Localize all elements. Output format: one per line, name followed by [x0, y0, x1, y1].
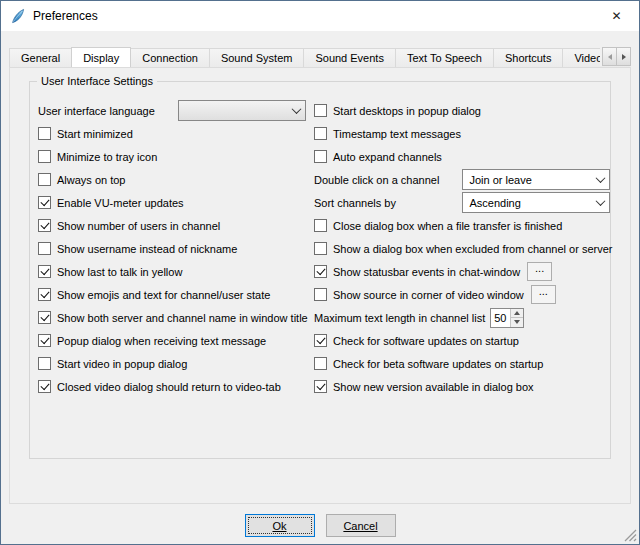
checkbox-check-beta-updates[interactable]: Check for beta software updates on start…	[314, 357, 543, 370]
checkbox-vu-meter-updates[interactable]: Enable VU-meter updates	[38, 196, 184, 209]
checkbox-start-desktops-popup[interactable]: Start desktops in popup dialog	[314, 104, 481, 117]
spinner-value: 50	[491, 309, 510, 327]
checkbox-label: Enable VU-meter updates	[57, 197, 184, 209]
tab-shortcuts[interactable]: Shortcuts	[493, 48, 563, 67]
right-column: Start desktops in popup dialog Timestamp…	[314, 99, 612, 398]
checkbox-last-talk-yellow[interactable]: Show last to talk in yellow	[38, 265, 182, 278]
max-text-length-row: Maximum text length in channel list 50	[314, 306, 612, 329]
tab-sound-system[interactable]: Sound System	[209, 48, 305, 67]
checkbox-label: Popup dialog when receiving text message	[57, 335, 266, 347]
checkbox-check-updates[interactable]: Check for software updates on startup	[314, 334, 519, 347]
checkbox-icon	[38, 219, 51, 232]
checkbox-video-source-corner[interactable]: Show source in corner of video window	[314, 288, 524, 301]
double-click-select[interactable]: Join or leave	[462, 169, 610, 190]
ok-button[interactable]: Ok	[245, 514, 315, 537]
checkbox-icon	[38, 380, 51, 393]
cancel-button-label: Cancel	[343, 520, 377, 532]
checkbox-dialog-when-excluded[interactable]: Show a dialog box when excluded from cha…	[314, 242, 612, 255]
checkbox-video-return-tab[interactable]: Closed video dialog should return to vid…	[38, 380, 281, 393]
checkbox-server-channel-in-title[interactable]: Show both server and channel name in win…	[38, 311, 308, 324]
checkbox-label: Auto expand channels	[333, 151, 442, 163]
app-icon	[10, 8, 26, 24]
tab-scroll-right-icon[interactable]	[616, 47, 631, 66]
sort-channels-select[interactable]: Ascending	[462, 192, 610, 213]
checkbox-users-in-channel[interactable]: Show number of users in channel	[38, 219, 220, 232]
tab-general[interactable]: General	[9, 48, 72, 67]
checkbox-icon	[314, 104, 327, 117]
checkbox-label: Show a dialog box when excluded from cha…	[333, 243, 612, 255]
user-interface-settings-group: User Interface Settings User interface l…	[29, 81, 611, 459]
checkbox-username-instead-nickname[interactable]: Show username instead of nickname	[38, 242, 237, 255]
checkbox-timestamp-messages[interactable]: Timestamp text messages	[314, 127, 461, 140]
checkbox-icon	[314, 334, 327, 347]
chevron-down-icon	[288, 107, 305, 114]
tab-scroll-left-icon[interactable]	[602, 47, 617, 66]
preferences-dialog: Preferences ✕ General Display Connection…	[0, 0, 640, 545]
display-tab-page: User Interface Settings User interface l…	[9, 67, 631, 504]
chevron-down-icon	[592, 199, 609, 206]
checkbox-label: Show statusbar events in chat-window	[333, 266, 520, 278]
tab-display[interactable]: Display	[71, 47, 131, 67]
checkbox-statusbar-events[interactable]: Show statusbar events in chat-window	[314, 265, 520, 278]
checkbox-label: Timestamp text messages	[333, 128, 461, 140]
left-column: User interface language Start minimized …	[38, 99, 308, 398]
checkbox-start-minimized[interactable]: Start minimized	[38, 127, 133, 140]
checkbox-video-popup-dialog[interactable]: Start video in popup dialog	[38, 357, 187, 370]
checkbox-icon	[38, 242, 51, 255]
close-button[interactable]: ✕	[594, 1, 639, 31]
checkbox-label: Check for beta software updates on start…	[333, 358, 543, 370]
checkbox-close-dialog-file-transfer[interactable]: Close dialog box when a file transfer is…	[314, 219, 562, 232]
language-select[interactable]	[178, 100, 306, 121]
checkbox-icon	[314, 380, 327, 393]
checkbox-minimize-tray[interactable]: Minimize to tray icon	[38, 150, 157, 163]
double-click-label: Double click on a channel	[314, 174, 439, 186]
checkbox-label: Show last to talk in yellow	[57, 266, 182, 278]
checkbox-icon	[314, 150, 327, 163]
language-label: User interface language	[38, 105, 155, 117]
checkbox-label: Close dialog box when a file transfer is…	[333, 220, 562, 232]
checkbox-icon	[314, 242, 327, 255]
language-row: User interface language	[38, 99, 308, 122]
checkbox-label: Show new version available in dialog box	[333, 381, 534, 393]
max-text-length-spinner[interactable]: 50	[490, 308, 524, 328]
spin-down-icon[interactable]	[511, 317, 523, 327]
tab-text-to-speech[interactable]: Text To Speech	[395, 48, 494, 67]
video-source-browse-button[interactable]: ...	[531, 285, 556, 304]
tab-sound-events[interactable]: Sound Events	[303, 48, 396, 67]
sort-channels-row: Sort channels by Ascending	[314, 191, 612, 214]
checkbox-label: Show emojis and text for channel/user st…	[57, 289, 270, 301]
double-click-value: Join or leave	[463, 174, 592, 186]
checkbox-auto-expand-channels[interactable]: Auto expand channels	[314, 150, 442, 163]
sort-channels-value: Ascending	[463, 197, 592, 209]
checkbox-label: Show source in corner of video window	[333, 289, 524, 301]
checkbox-label: Start video in popup dialog	[57, 358, 187, 370]
statusbar-events-browse-button[interactable]: ...	[527, 262, 552, 281]
tab-bar: General Display Connection Sound System …	[9, 46, 631, 67]
max-text-length-label: Maximum text length in channel list	[314, 312, 485, 324]
dialog-footer: Ok Cancel	[1, 506, 639, 544]
ok-button-label: Ok	[272, 520, 286, 532]
checkbox-label: Start desktops in popup dialog	[333, 105, 481, 117]
checkbox-emojis-text-state[interactable]: Show emojis and text for channel/user st…	[38, 288, 270, 301]
checkbox-popup-text-message[interactable]: Popup dialog when receiving text message	[38, 334, 266, 347]
checkbox-icon	[38, 334, 51, 347]
checkbox-icon	[38, 311, 51, 324]
tab-connection[interactable]: Connection	[130, 48, 210, 67]
resize-grip[interactable]	[624, 529, 637, 542]
checkbox-icon	[38, 150, 51, 163]
title-bar: Preferences ✕	[1, 1, 639, 31]
checkbox-icon	[314, 127, 327, 140]
checkbox-label: Start minimized	[57, 128, 133, 140]
checkbox-icon	[38, 288, 51, 301]
checkbox-show-new-version[interactable]: Show new version available in dialog box	[314, 380, 534, 393]
cancel-button[interactable]: Cancel	[326, 514, 396, 537]
checkbox-label: Check for software updates on startup	[333, 335, 519, 347]
checkbox-label: Always on top	[57, 174, 125, 186]
checkbox-icon	[38, 127, 51, 140]
checkbox-icon	[38, 357, 51, 370]
checkbox-label: Show both server and channel name in win…	[57, 312, 308, 324]
chevron-down-icon	[592, 176, 609, 183]
checkbox-always-on-top[interactable]: Always on top	[38, 173, 125, 186]
checkbox-label: Show username instead of nickname	[57, 243, 237, 255]
spin-up-icon[interactable]	[511, 309, 523, 318]
